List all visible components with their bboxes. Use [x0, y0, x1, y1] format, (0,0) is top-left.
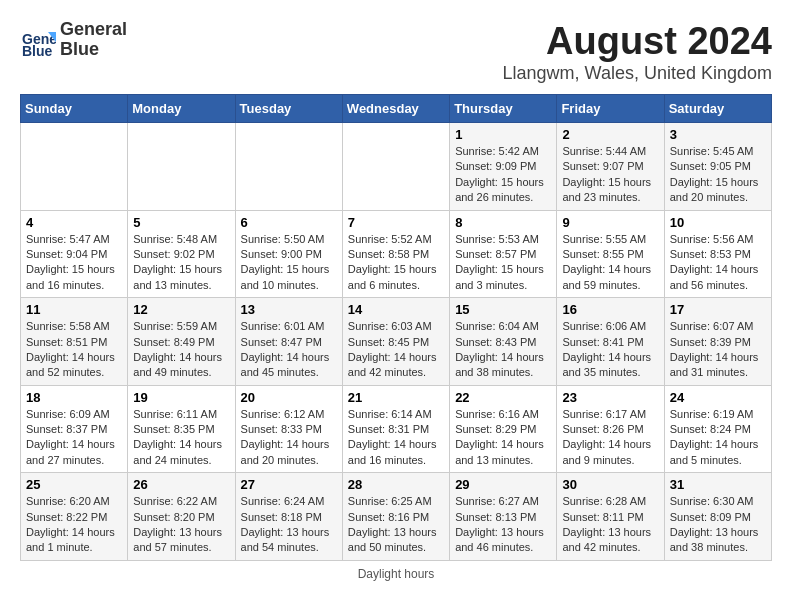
week-row-3: 11Sunrise: 5:58 AM Sunset: 8:51 PM Dayli… — [21, 298, 772, 386]
day-cell: 6Sunrise: 5:50 AM Sunset: 9:00 PM Daylig… — [235, 210, 342, 298]
col-header-sunday: Sunday — [21, 95, 128, 123]
day-number: 4 — [26, 215, 122, 230]
col-header-saturday: Saturday — [664, 95, 771, 123]
day-cell: 20Sunrise: 6:12 AM Sunset: 8:33 PM Dayli… — [235, 385, 342, 473]
day-info: Sunrise: 5:45 AM Sunset: 9:05 PM Dayligh… — [670, 144, 766, 206]
day-cell: 27Sunrise: 6:24 AM Sunset: 8:18 PM Dayli… — [235, 473, 342, 561]
day-number: 21 — [348, 390, 444, 405]
day-info: Sunrise: 5:52 AM Sunset: 8:58 PM Dayligh… — [348, 232, 444, 294]
day-info: Sunrise: 5:50 AM Sunset: 9:00 PM Dayligh… — [241, 232, 337, 294]
day-number: 2 — [562, 127, 658, 142]
day-cell: 24Sunrise: 6:19 AM Sunset: 8:24 PM Dayli… — [664, 385, 771, 473]
day-number: 22 — [455, 390, 551, 405]
day-number: 29 — [455, 477, 551, 492]
day-info: Sunrise: 6:27 AM Sunset: 8:13 PM Dayligh… — [455, 494, 551, 556]
day-cell: 5Sunrise: 5:48 AM Sunset: 9:02 PM Daylig… — [128, 210, 235, 298]
day-number: 17 — [670, 302, 766, 317]
day-info: Sunrise: 5:56 AM Sunset: 8:53 PM Dayligh… — [670, 232, 766, 294]
day-number: 6 — [241, 215, 337, 230]
day-cell: 17Sunrise: 6:07 AM Sunset: 8:39 PM Dayli… — [664, 298, 771, 386]
day-info: Sunrise: 5:53 AM Sunset: 8:57 PM Dayligh… — [455, 232, 551, 294]
day-info: Sunrise: 5:44 AM Sunset: 9:07 PM Dayligh… — [562, 144, 658, 206]
day-info: Sunrise: 5:47 AM Sunset: 9:04 PM Dayligh… — [26, 232, 122, 294]
day-cell — [342, 123, 449, 211]
day-cell: 7Sunrise: 5:52 AM Sunset: 8:58 PM Daylig… — [342, 210, 449, 298]
day-cell: 25Sunrise: 6:20 AM Sunset: 8:22 PM Dayli… — [21, 473, 128, 561]
day-info: Sunrise: 6:20 AM Sunset: 8:22 PM Dayligh… — [26, 494, 122, 556]
day-cell: 12Sunrise: 5:59 AM Sunset: 8:49 PM Dayli… — [128, 298, 235, 386]
day-cell: 16Sunrise: 6:06 AM Sunset: 8:41 PM Dayli… — [557, 298, 664, 386]
day-number: 3 — [670, 127, 766, 142]
day-info: Sunrise: 5:58 AM Sunset: 8:51 PM Dayligh… — [26, 319, 122, 381]
day-info: Sunrise: 6:24 AM Sunset: 8:18 PM Dayligh… — [241, 494, 337, 556]
col-header-friday: Friday — [557, 95, 664, 123]
day-cell: 9Sunrise: 5:55 AM Sunset: 8:55 PM Daylig… — [557, 210, 664, 298]
page-subtitle: Llangwm, Wales, United Kingdom — [503, 63, 772, 84]
day-number: 9 — [562, 215, 658, 230]
day-number: 14 — [348, 302, 444, 317]
logo: General Blue General Blue — [20, 20, 127, 60]
day-number: 8 — [455, 215, 551, 230]
day-number: 10 — [670, 215, 766, 230]
day-number: 23 — [562, 390, 658, 405]
col-header-thursday: Thursday — [450, 95, 557, 123]
day-number: 12 — [133, 302, 229, 317]
day-info: Sunrise: 6:14 AM Sunset: 8:31 PM Dayligh… — [348, 407, 444, 469]
col-header-wednesday: Wednesday — [342, 95, 449, 123]
day-cell: 23Sunrise: 6:17 AM Sunset: 8:26 PM Dayli… — [557, 385, 664, 473]
col-header-tuesday: Tuesday — [235, 95, 342, 123]
day-info: Sunrise: 6:17 AM Sunset: 8:26 PM Dayligh… — [562, 407, 658, 469]
day-number: 18 — [26, 390, 122, 405]
day-info: Sunrise: 6:28 AM Sunset: 8:11 PM Dayligh… — [562, 494, 658, 556]
day-cell: 14Sunrise: 6:03 AM Sunset: 8:45 PM Dayli… — [342, 298, 449, 386]
day-info: Sunrise: 6:22 AM Sunset: 8:20 PM Dayligh… — [133, 494, 229, 556]
week-row-4: 18Sunrise: 6:09 AM Sunset: 8:37 PM Dayli… — [21, 385, 772, 473]
day-cell: 29Sunrise: 6:27 AM Sunset: 8:13 PM Dayli… — [450, 473, 557, 561]
day-info: Sunrise: 6:07 AM Sunset: 8:39 PM Dayligh… — [670, 319, 766, 381]
day-number: 16 — [562, 302, 658, 317]
day-info: Sunrise: 5:42 AM Sunset: 9:09 PM Dayligh… — [455, 144, 551, 206]
day-cell: 18Sunrise: 6:09 AM Sunset: 8:37 PM Dayli… — [21, 385, 128, 473]
calendar-table: SundayMondayTuesdayWednesdayThursdayFrid… — [20, 94, 772, 561]
day-info: Sunrise: 6:12 AM Sunset: 8:33 PM Dayligh… — [241, 407, 337, 469]
day-cell: 11Sunrise: 5:58 AM Sunset: 8:51 PM Dayli… — [21, 298, 128, 386]
day-cell: 8Sunrise: 5:53 AM Sunset: 8:57 PM Daylig… — [450, 210, 557, 298]
day-number: 30 — [562, 477, 658, 492]
day-number: 31 — [670, 477, 766, 492]
calendar-header-row: SundayMondayTuesdayWednesdayThursdayFrid… — [21, 95, 772, 123]
logo-icon: General Blue — [20, 22, 56, 58]
day-number: 5 — [133, 215, 229, 230]
day-cell — [128, 123, 235, 211]
page-title: August 2024 — [503, 20, 772, 63]
day-number: 15 — [455, 302, 551, 317]
day-info: Sunrise: 6:04 AM Sunset: 8:43 PM Dayligh… — [455, 319, 551, 381]
day-number: 13 — [241, 302, 337, 317]
day-info: Sunrise: 5:55 AM Sunset: 8:55 PM Dayligh… — [562, 232, 658, 294]
day-number: 27 — [241, 477, 337, 492]
day-cell: 4Sunrise: 5:47 AM Sunset: 9:04 PM Daylig… — [21, 210, 128, 298]
day-info: Sunrise: 6:09 AM Sunset: 8:37 PM Dayligh… — [26, 407, 122, 469]
day-cell: 19Sunrise: 6:11 AM Sunset: 8:35 PM Dayli… — [128, 385, 235, 473]
day-number: 28 — [348, 477, 444, 492]
day-info: Sunrise: 6:19 AM Sunset: 8:24 PM Dayligh… — [670, 407, 766, 469]
day-cell: 26Sunrise: 6:22 AM Sunset: 8:20 PM Dayli… — [128, 473, 235, 561]
day-cell: 3Sunrise: 5:45 AM Sunset: 9:05 PM Daylig… — [664, 123, 771, 211]
footer: Daylight hours — [20, 567, 772, 581]
day-number: 7 — [348, 215, 444, 230]
day-cell: 1Sunrise: 5:42 AM Sunset: 9:09 PM Daylig… — [450, 123, 557, 211]
week-row-5: 25Sunrise: 6:20 AM Sunset: 8:22 PM Dayli… — [21, 473, 772, 561]
day-info: Sunrise: 6:30 AM Sunset: 8:09 PM Dayligh… — [670, 494, 766, 556]
day-info: Sunrise: 6:03 AM Sunset: 8:45 PM Dayligh… — [348, 319, 444, 381]
day-cell: 13Sunrise: 6:01 AM Sunset: 8:47 PM Dayli… — [235, 298, 342, 386]
day-cell: 21Sunrise: 6:14 AM Sunset: 8:31 PM Dayli… — [342, 385, 449, 473]
day-info: Sunrise: 5:48 AM Sunset: 9:02 PM Dayligh… — [133, 232, 229, 294]
week-row-2: 4Sunrise: 5:47 AM Sunset: 9:04 PM Daylig… — [21, 210, 772, 298]
logo-text: General Blue — [60, 20, 127, 60]
page-header: General Blue General Blue August 2024 Ll… — [20, 20, 772, 84]
day-number: 19 — [133, 390, 229, 405]
day-cell — [21, 123, 128, 211]
col-header-monday: Monday — [128, 95, 235, 123]
day-number: 20 — [241, 390, 337, 405]
day-number: 24 — [670, 390, 766, 405]
day-info: Sunrise: 6:25 AM Sunset: 8:16 PM Dayligh… — [348, 494, 444, 556]
